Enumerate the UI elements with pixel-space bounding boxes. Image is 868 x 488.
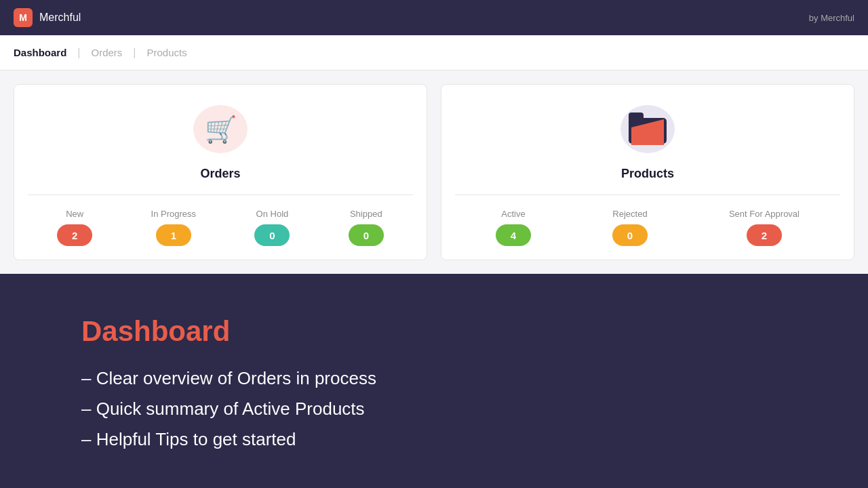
products-card-title: Products	[621, 167, 674, 181]
products-icon-circle	[620, 105, 675, 153]
cart-icon: 🛒	[205, 115, 237, 144]
orders-icon-circle: 🛒	[193, 105, 248, 153]
stat-sent-for-approval: Sent For Approval 2	[729, 209, 800, 246]
stat-active: Active 4	[496, 209, 531, 246]
products-stats: Active 4 Rejected 0 Sent For Approval 2	[455, 209, 840, 246]
stat-on-hold: On Hold 0	[254, 209, 290, 246]
folder-icon	[629, 113, 667, 146]
stat-sent-for-approval-badge: 2	[747, 224, 782, 246]
stat-rejected: Rejected 0	[612, 209, 648, 246]
topbar: M Merchful by Merchful	[0, 0, 868, 35]
breadcrumb-dashboard[interactable]: Dashboard	[14, 47, 77, 58]
brand-name: Merchful	[39, 12, 81, 24]
stat-active-badge: 4	[496, 224, 531, 246]
stat-rejected-badge: 0	[612, 224, 648, 246]
bottom-section: Dashboard – Clear overview of Orders in …	[0, 274, 868, 488]
stat-in-progress-label: In Progress	[151, 209, 196, 219]
stat-new-badge: 2	[57, 224, 92, 246]
bottom-bullet-2: – Quick summary of Active Products	[81, 399, 787, 420]
stat-new: New 2	[57, 209, 92, 246]
bottom-bullet-3: – Helpful Tips to get started	[81, 429, 787, 450]
main-content: 🛒 Orders New 2 In Progress 1 On Hold 0 S…	[0, 70, 868, 260]
bottom-list: – Clear overview of Orders in process – …	[81, 368, 787, 450]
byline: by Merchful	[809, 13, 854, 23]
stat-on-hold-badge: 0	[254, 224, 290, 246]
orders-divider	[28, 195, 413, 195]
stat-rejected-label: Rejected	[612, 209, 647, 219]
stat-in-progress-badge: 1	[156, 224, 191, 246]
stat-new-label: New	[66, 209, 83, 219]
breadcrumb-orders[interactable]: Orders	[81, 47, 134, 58]
orders-stats: New 2 In Progress 1 On Hold 0 Shipped 0	[28, 209, 413, 246]
orders-card-title: Orders	[200, 167, 240, 181]
bottom-bullet-1: – Clear overview of Orders in process	[81, 368, 787, 389]
svg-rect-1	[629, 113, 644, 122]
stat-shipped: Shipped 0	[349, 209, 384, 246]
stat-shipped-label: Shipped	[350, 209, 382, 219]
stat-active-label: Active	[501, 209, 525, 219]
stat-in-progress: In Progress 1	[151, 209, 196, 246]
brand: M Merchful	[14, 8, 81, 27]
breadcrumb: Dashboard | Orders | Products	[0, 35, 868, 70]
stat-sent-for-approval-label: Sent For Approval	[729, 209, 800, 219]
products-divider	[455, 195, 840, 195]
breadcrumb-products[interactable]: Products	[136, 47, 198, 58]
stat-on-hold-label: On Hold	[256, 209, 289, 219]
stat-shipped-badge: 0	[349, 224, 384, 246]
orders-card: 🛒 Orders New 2 In Progress 1 On Hold 0 S…	[14, 84, 427, 260]
products-card: Products Active 4 Rejected 0 Sent For Ap…	[441, 84, 854, 260]
bottom-title: Dashboard	[81, 315, 787, 348]
logo: M	[14, 8, 33, 27]
